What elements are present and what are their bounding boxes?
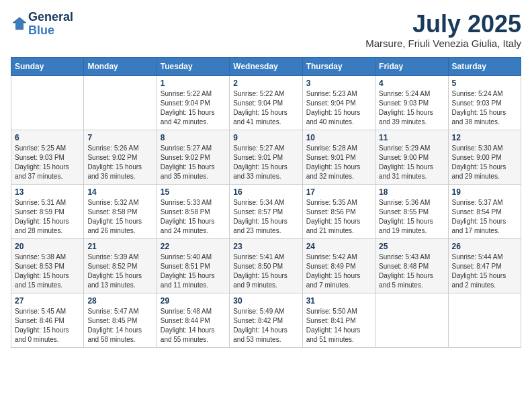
calendar-cell: 2Sunrise: 5:22 AMSunset: 9:04 PMDaylight… <box>230 75 302 130</box>
calendar-cell <box>11 75 84 130</box>
day-info: Sunrise: 5:26 AMSunset: 9:02 PMDaylight:… <box>87 144 152 181</box>
day-number: 3 <box>306 79 371 88</box>
calendar-cell: 27Sunrise: 5:45 AMSunset: 8:46 PMDayligh… <box>11 293 84 347</box>
day-number: 20 <box>15 242 80 251</box>
day-info: Sunrise: 5:50 AMSunset: 8:41 PMDaylight:… <box>306 307 371 345</box>
day-info: Sunrise: 5:27 AMSunset: 9:01 PMDaylight:… <box>233 144 298 181</box>
day-number: 18 <box>379 187 444 197</box>
weekday-header: Wednesday <box>230 57 302 75</box>
calendar-cell: 8Sunrise: 5:27 AMSunset: 9:02 PMDaylight… <box>157 130 229 184</box>
calendar-cell: 5Sunrise: 5:24 AMSunset: 9:03 PMDaylight… <box>448 75 521 130</box>
day-info: Sunrise: 5:39 AMSunset: 8:52 PMDaylight:… <box>87 253 152 290</box>
day-number: 24 <box>306 242 371 251</box>
day-info: Sunrise: 5:24 AMSunset: 9:03 PMDaylight:… <box>452 89 517 127</box>
calendar-cell: 18Sunrise: 5:36 AMSunset: 8:55 PMDayligh… <box>375 184 448 238</box>
logo-icon <box>12 15 27 30</box>
calendar-cell: 25Sunrise: 5:43 AMSunset: 8:48 PMDayligh… <box>375 238 448 293</box>
day-number: 15 <box>161 187 226 197</box>
day-info: Sunrise: 5:48 AMSunset: 8:44 PMDaylight:… <box>161 307 226 345</box>
location-title: Marsure, Friuli Venezia Giulia, Italy <box>365 38 521 49</box>
day-number: 30 <box>233 296 298 306</box>
day-info: Sunrise: 5:41 AMSunset: 8:50 PMDaylight:… <box>233 253 298 290</box>
day-info: Sunrise: 5:47 AMSunset: 8:45 PMDaylight:… <box>87 307 152 345</box>
calendar-cell: 28Sunrise: 5:47 AMSunset: 8:45 PMDayligh… <box>84 293 157 347</box>
day-number: 12 <box>452 133 517 142</box>
day-info: Sunrise: 5:34 AMSunset: 8:57 PMDaylight:… <box>233 198 298 236</box>
svg-marker-0 <box>13 17 26 30</box>
calendar-cell: 30Sunrise: 5:49 AMSunset: 8:42 PMDayligh… <box>230 293 302 347</box>
calendar-cell: 13Sunrise: 5:31 AMSunset: 8:59 PMDayligh… <box>11 184 84 238</box>
calendar-cell: 22Sunrise: 5:40 AMSunset: 8:51 PMDayligh… <box>157 238 229 293</box>
calendar-cell: 21Sunrise: 5:39 AMSunset: 8:52 PMDayligh… <box>84 238 157 293</box>
calendar-cell: 24Sunrise: 5:42 AMSunset: 8:49 PMDayligh… <box>302 238 375 293</box>
weekday-header: Friday <box>375 57 448 75</box>
calendar-cell: 4Sunrise: 5:24 AMSunset: 9:03 PMDaylight… <box>375 75 448 130</box>
day-info: Sunrise: 5:44 AMSunset: 8:47 PMDaylight:… <box>452 253 517 290</box>
calendar-cell: 31Sunrise: 5:50 AMSunset: 8:41 PMDayligh… <box>302 293 375 347</box>
day-info: Sunrise: 5:29 AMSunset: 9:00 PMDaylight:… <box>379 144 444 181</box>
month-title: July 2025 <box>365 11 521 38</box>
day-info: Sunrise: 5:49 AMSunset: 8:42 PMDaylight:… <box>233 307 298 345</box>
day-info: Sunrise: 5:42 AMSunset: 8:49 PMDaylight:… <box>306 253 371 290</box>
day-number: 16 <box>233 187 298 197</box>
day-info: Sunrise: 5:40 AMSunset: 8:51 PMDaylight:… <box>161 253 226 290</box>
day-info: Sunrise: 5:30 AMSunset: 9:00 PMDaylight:… <box>452 144 517 181</box>
calendar-cell: 14Sunrise: 5:32 AMSunset: 8:58 PMDayligh… <box>84 184 157 238</box>
day-number: 1 <box>161 79 226 88</box>
day-info: Sunrise: 5:22 AMSunset: 9:04 PMDaylight:… <box>233 89 298 127</box>
calendar-week-row: 27Sunrise: 5:45 AMSunset: 8:46 PMDayligh… <box>11 293 521 347</box>
weekday-header: Sunday <box>11 57 84 75</box>
calendar-cell: 17Sunrise: 5:35 AMSunset: 8:56 PMDayligh… <box>302 184 375 238</box>
day-number: 26 <box>452 242 517 251</box>
logo: General Blue <box>11 11 73 38</box>
calendar-cell: 19Sunrise: 5:37 AMSunset: 8:54 PMDayligh… <box>448 184 521 238</box>
day-number: 19 <box>452 187 517 197</box>
logo-text: General Blue <box>28 11 73 38</box>
day-number: 4 <box>379 79 444 88</box>
day-info: Sunrise: 5:22 AMSunset: 9:04 PMDaylight:… <box>161 89 226 127</box>
day-number: 17 <box>306 187 371 197</box>
calendar-cell <box>448 293 521 347</box>
calendar-cell: 26Sunrise: 5:44 AMSunset: 8:47 PMDayligh… <box>448 238 521 293</box>
day-number: 22 <box>161 242 226 251</box>
weekday-header: Saturday <box>448 57 521 75</box>
calendar-header-row: SundayMondayTuesdayWednesdayThursdayFrid… <box>11 57 521 75</box>
day-number: 10 <box>306 133 371 142</box>
weekday-header: Thursday <box>302 57 375 75</box>
day-info: Sunrise: 5:36 AMSunset: 8:55 PMDaylight:… <box>379 198 444 236</box>
day-number: 14 <box>87 187 152 197</box>
day-info: Sunrise: 5:45 AMSunset: 8:46 PMDaylight:… <box>15 307 80 345</box>
day-number: 21 <box>87 242 152 251</box>
calendar-cell: 1Sunrise: 5:22 AMSunset: 9:04 PMDaylight… <box>157 75 229 130</box>
day-number: 11 <box>379 133 444 142</box>
calendar-cell: 9Sunrise: 5:27 AMSunset: 9:01 PMDaylight… <box>230 130 302 184</box>
day-number: 7 <box>87 133 152 142</box>
day-info: Sunrise: 5:24 AMSunset: 9:03 PMDaylight:… <box>379 89 444 127</box>
day-number: 9 <box>233 133 298 142</box>
calendar-cell: 11Sunrise: 5:29 AMSunset: 9:00 PMDayligh… <box>375 130 448 184</box>
day-number: 13 <box>15 187 80 197</box>
day-number: 8 <box>161 133 226 142</box>
calendar-cell: 15Sunrise: 5:33 AMSunset: 8:58 PMDayligh… <box>157 184 229 238</box>
day-number: 6 <box>15 133 80 142</box>
calendar-cell: 6Sunrise: 5:25 AMSunset: 9:03 PMDaylight… <box>11 130 84 184</box>
day-info: Sunrise: 5:31 AMSunset: 8:59 PMDaylight:… <box>15 198 80 236</box>
title-block: July 2025 Marsure, Friuli Venezia Giulia… <box>365 11 521 49</box>
calendar-cell <box>84 75 157 130</box>
day-info: Sunrise: 5:37 AMSunset: 8:54 PMDaylight:… <box>452 198 517 236</box>
day-info: Sunrise: 5:38 AMSunset: 8:53 PMDaylight:… <box>15 253 80 290</box>
day-number: 23 <box>233 242 298 251</box>
day-number: 28 <box>87 296 152 306</box>
calendar-cell: 7Sunrise: 5:26 AMSunset: 9:02 PMDaylight… <box>84 130 157 184</box>
weekday-header: Monday <box>84 57 157 75</box>
day-info: Sunrise: 5:32 AMSunset: 8:58 PMDaylight:… <box>87 198 152 236</box>
calendar-cell: 23Sunrise: 5:41 AMSunset: 8:50 PMDayligh… <box>230 238 302 293</box>
page-header: General Blue July 2025 Marsure, Friuli V… <box>11 11 521 49</box>
day-number: 31 <box>306 296 371 306</box>
calendar-week-row: 1Sunrise: 5:22 AMSunset: 9:04 PMDaylight… <box>11 75 521 130</box>
calendar-cell <box>375 293 448 347</box>
day-info: Sunrise: 5:43 AMSunset: 8:48 PMDaylight:… <box>379 253 444 290</box>
day-info: Sunrise: 5:23 AMSunset: 9:04 PMDaylight:… <box>306 89 371 127</box>
day-info: Sunrise: 5:33 AMSunset: 8:58 PMDaylight:… <box>161 198 226 236</box>
calendar-table: SundayMondayTuesdayWednesdayThursdayFrid… <box>11 57 521 348</box>
